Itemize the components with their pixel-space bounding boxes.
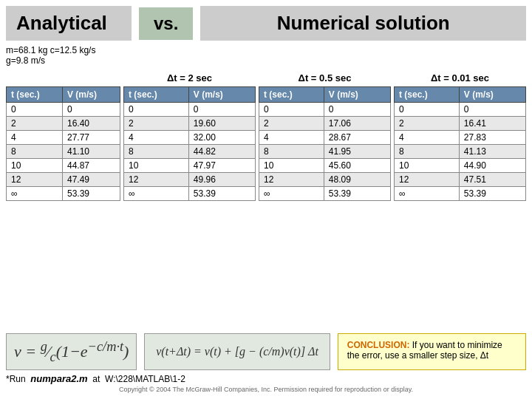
t-cell: 10 [124, 159, 189, 173]
v-cell: 27.83 [459, 131, 525, 145]
formula-numerical-text: v(t+Δt) = v(t) + [g − (c/m)v(t)] Δt [156, 345, 318, 358]
t-cell: 10 [395, 159, 460, 173]
numerical-title: Numerical solution [200, 6, 526, 41]
table-row: 841.13 [395, 145, 526, 159]
numerical-section-0: Δt = 2 sect (sec.)V (m/s)00219.60432.008… [123, 69, 256, 329]
t-cell: 10 [7, 159, 63, 173]
t-cell: 2 [7, 117, 63, 131]
v-cell: 41.10 [63, 145, 120, 159]
t-cell: 12 [7, 173, 63, 187]
t-cell: 10 [259, 159, 324, 173]
table-row: 428.67 [259, 131, 391, 145]
v-cell: 0 [459, 103, 525, 117]
vs-label: vs. [139, 7, 193, 40]
numerical-table-2: t (sec.)V (m/s)00216.41427.83841.131044.… [394, 86, 526, 201]
table-row: 216.40 [7, 117, 120, 131]
param-line1: m=68.1 kg c=12.5 kg/s [6, 45, 95, 55]
num-col2-header: V (m/s) [188, 87, 255, 103]
num-col1-header: t (sec.) [259, 87, 324, 103]
v-cell: 53.39 [188, 187, 255, 201]
t-cell: 0 [259, 103, 324, 117]
v-cell: 53.39 [459, 187, 525, 201]
table-row: ∞53.39 [259, 187, 391, 201]
num-col1-header: t (sec.) [124, 87, 189, 103]
v-cell: 0 [324, 103, 390, 117]
table-row: 841.10 [7, 145, 120, 159]
v-cell: 47.51 [459, 173, 525, 187]
num-col2-header: V (m/s) [459, 87, 525, 103]
t-cell: 0 [395, 103, 460, 117]
t-cell: 8 [395, 145, 460, 159]
analytical-col1-header: t (sec.) [7, 87, 63, 103]
v-cell: 0 [63, 103, 120, 117]
formula-numerical: v(t+Δt) = v(t) + [g − (c/m)v(t)] Δt [144, 333, 330, 370]
table-row: 217.06 [259, 117, 391, 131]
t-cell: ∞ [7, 187, 63, 201]
t-cell: 0 [7, 103, 63, 117]
table-row: 1045.60 [259, 159, 391, 173]
t-cell: ∞ [259, 187, 324, 201]
v-cell: 41.95 [324, 145, 390, 159]
table-row: 1249.96 [124, 173, 256, 187]
table-row: 841.95 [259, 145, 391, 159]
t-cell: 2 [124, 117, 189, 131]
t-cell: 4 [259, 131, 324, 145]
analytical-title: Analytical [6, 6, 132, 41]
v-cell: 32.00 [188, 131, 255, 145]
numerical-section-2: Δt = 0.01 sect (sec.)V (m/s)00216.41427.… [394, 69, 526, 329]
t-cell: 8 [7, 145, 63, 159]
conclusion-title: CONCLUSION: [347, 340, 410, 350]
run-at: at [92, 374, 100, 384]
bottom-section: v = g⁄c(1−e−c/m·t) v(t+Δt) = v(t) + [g −… [6, 333, 526, 370]
num-col2-header: V (m/s) [324, 87, 390, 103]
numerical-table-1: t (sec.)V (m/s)00217.06428.67841.951045.… [259, 86, 391, 201]
table-row: ∞53.39 [7, 187, 120, 201]
table-row: 00 [124, 103, 256, 117]
t-cell: ∞ [395, 187, 460, 201]
table-row: ∞53.39 [124, 187, 256, 201]
param-line2: g=9.8 m/s [6, 55, 45, 66]
header: Analytical vs. Numerical solution [6, 6, 526, 41]
v-cell: 0 [188, 103, 255, 117]
t-cell: 2 [395, 117, 460, 131]
table-row: 00 [259, 103, 391, 117]
table-row: 1044.90 [395, 159, 526, 173]
v-cell: 45.60 [324, 159, 390, 173]
v-cell: 41.13 [459, 145, 525, 159]
table-row: 1248.09 [259, 173, 391, 187]
t-cell: 0 [124, 103, 189, 117]
table-row: 216.41 [395, 117, 526, 131]
numerical-section-1: Δt = 0.5 sect (sec.)V (m/s)00217.06428.6… [259, 69, 391, 329]
run-filename: numpara2.m [30, 373, 87, 384]
table-row: 1247.51 [395, 173, 526, 187]
numerical-delta-0: Δt = 2 sec [123, 69, 256, 86]
v-cell: 47.97 [188, 159, 255, 173]
v-cell: 27.77 [63, 131, 120, 145]
analytical-col2-header: V (m/s) [63, 87, 120, 103]
tables-row: - t (sec.) V (m/s) 00216.40427.77841.101… [6, 69, 526, 329]
formula-analytical: v = g⁄c(1−e−c/m·t) [6, 333, 137, 370]
t-cell: 2 [259, 117, 324, 131]
table-row: 1047.97 [124, 159, 256, 173]
v-cell: 49.96 [188, 173, 255, 187]
table-row: 1247.49 [7, 173, 120, 187]
run-line: *Run numpara2.m at W:\228\MATLAB\1-2 [6, 373, 526, 384]
run-path: W:\228\MATLAB\1-2 [105, 374, 185, 384]
t-cell: 4 [395, 131, 460, 145]
t-cell: 8 [124, 145, 189, 159]
v-cell: 44.87 [63, 159, 120, 173]
table-row: 427.83 [395, 131, 526, 145]
numerical-delta-1: Δt = 0.5 sec [259, 69, 391, 86]
page: Analytical vs. Numerical solution m=68.1… [0, 0, 532, 399]
v-cell: 53.39 [324, 187, 390, 201]
v-cell: 28.67 [324, 131, 390, 145]
numerical-tables-container: Δt = 2 sect (sec.)V (m/s)00219.60432.008… [123, 69, 526, 329]
formula-analytical-text: v = g⁄c(1−e−c/m·t) [14, 339, 129, 365]
t-cell: 4 [7, 131, 63, 145]
v-cell: 16.40 [63, 117, 120, 131]
conclusion-box: CONCLUSION: If you want to minimize the … [338, 333, 526, 370]
v-cell: 19.60 [188, 117, 255, 131]
run-prefix: *Run [6, 374, 26, 384]
v-cell: 17.06 [324, 117, 390, 131]
table-row: 00 [7, 103, 120, 117]
